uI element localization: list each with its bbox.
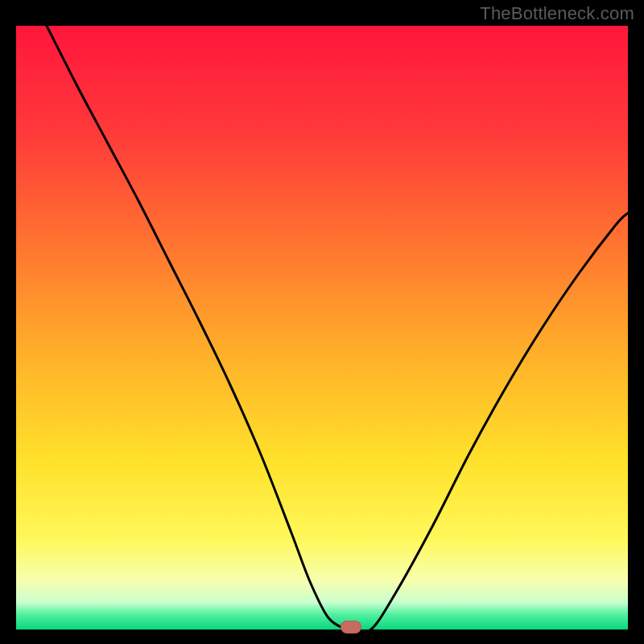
optimum-marker	[341, 621, 361, 634]
plot-area	[16, 26, 628, 630]
watermark-text: TheBottleneck.com	[480, 3, 634, 24]
plot-svg	[16, 26, 628, 630]
chart-frame: TheBottleneck.com	[0, 0, 644, 644]
gradient-background	[16, 26, 628, 630]
